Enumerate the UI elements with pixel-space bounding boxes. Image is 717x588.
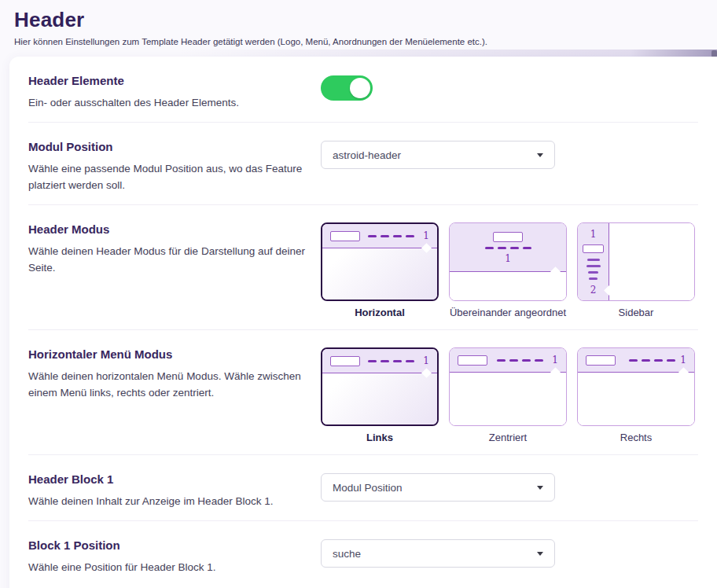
preview-header-strip: 1	[450, 223, 566, 272]
block-1-position-select[interactable]: suche	[321, 539, 555, 568]
menu-modus-options: 1 Links 1 Zentriert	[321, 347, 698, 443]
setting-description: Wähle eine passende Modul Position aus, …	[28, 160, 307, 193]
setting-row-block-1-position: Block 1 Position Wähle eine Position für…	[28, 521, 698, 586]
page-subtitle: Hier können Einstellungen zum Template H…	[14, 37, 717, 46]
menu-modus-option-zentriert[interactable]: 1 Zentriert	[449, 347, 567, 443]
setting-left-column: Block 1 Position Wähle eine Position für…	[28, 538, 321, 575]
logo-placeholder	[330, 356, 360, 366]
preview-menu-center: 1	[449, 347, 567, 426]
setting-control: Modul Position	[321, 472, 698, 502]
preview-stacked-layout: 1	[449, 222, 567, 301]
menu-dashes	[497, 359, 543, 362]
preview-header-strip: 1	[578, 348, 694, 373]
header-modus-option-stacked[interactable]: 1 Übereinander angeordnet	[449, 222, 567, 318]
setting-label: Header Block 1	[28, 472, 321, 486]
setting-control	[321, 74, 698, 101]
preview-body	[450, 272, 566, 300]
preview-sidebar-strip: 1 2	[578, 223, 609, 300]
page-title: Header	[14, 8, 717, 32]
option-label: Horizontal	[321, 307, 439, 318]
option-label: Übereinander angeordnet	[449, 307, 567, 318]
preview-sidebar-layout: 1 2	[577, 222, 695, 301]
setting-left-column: Header Modus Wähle deinen Header Modus f…	[28, 222, 321, 276]
setting-label: Block 1 Position	[28, 538, 321, 552]
setting-description: Wähle eine Position für Header Block 1.	[28, 559, 307, 575]
preview-body	[578, 373, 694, 425]
block-number: 1	[505, 254, 511, 263]
preview-header-strip: 1	[322, 349, 437, 373]
setting-description: Wähle deinen Inhalt zur Anzeige im Heade…	[28, 493, 307, 509]
menu-dashes	[629, 359, 675, 362]
preview-header-strip: 1	[322, 224, 437, 248]
select-value: Modul Position	[333, 482, 403, 494]
setting-left-column: Horizontaler Menü Modus Wähle deinen hor…	[28, 347, 321, 401]
logo-placeholder	[330, 231, 360, 241]
preview-header-strip: 1	[450, 348, 566, 373]
page-header: Header Hier können Einstellungen zum Tem…	[0, 0, 717, 46]
logo-placeholder	[586, 355, 616, 366]
block-number: 1	[423, 231, 429, 241]
setting-row-menu-modus: Horizontaler Menü Modus Wähle deinen hor…	[28, 330, 698, 454]
settings-card: Header Elemente Ein- oder ausschalten de…	[9, 57, 717, 588]
toggle-knob	[350, 78, 370, 98]
setting-control: astroid-header	[321, 140, 698, 169]
header-modus-options: 1 Horizontal 1 Übereinander angeordnet	[321, 222, 698, 318]
option-label: Rechts	[577, 432, 695, 443]
setting-left-column: Header Elemente Ein- oder ausschalten de…	[28, 74, 321, 111]
setting-control: suche	[321, 538, 698, 568]
menu-modus-option-rechts[interactable]: 1 Rechts	[577, 347, 695, 443]
setting-row-header-block-1: Header Block 1 Wähle deinen Inhalt zur A…	[28, 455, 698, 520]
block-number: 1	[423, 356, 429, 366]
setting-label: Modul Position	[28, 140, 321, 153]
preview-menu-right: 1	[577, 347, 695, 426]
setting-row-header-modus: Header Modus Wähle deinen Header Modus f…	[28, 205, 698, 329]
preview-body	[322, 373, 437, 424]
header-elements-toggle[interactable]	[321, 75, 373, 101]
header-modus-option-horizontal[interactable]: 1 Horizontal	[321, 222, 439, 318]
menu-modus-option-links[interactable]: 1 Links	[321, 347, 439, 443]
option-label: Links	[321, 432, 439, 443]
block-number: 2	[590, 285, 597, 295]
setting-label: Header Modus	[28, 222, 321, 236]
setting-description: Wähle deinen Header Modus für die Darste…	[28, 243, 307, 276]
chevron-down-icon	[537, 153, 543, 157]
menu-dashes-vertical	[586, 259, 601, 280]
chevron-down-icon	[537, 486, 543, 490]
preview-body	[322, 248, 437, 300]
logo-placeholder	[458, 355, 487, 366]
menu-dashes	[368, 235, 414, 237]
chevron-down-icon	[537, 552, 543, 556]
preview-body	[450, 373, 566, 425]
preview-horizontal-layout: 1	[321, 222, 439, 301]
block-number: 1	[552, 355, 558, 365]
preview-body	[609, 223, 694, 300]
select-value: astroid-header	[333, 149, 401, 161]
setting-row-header-elemente: Header Elemente Ein- oder ausschalten de…	[28, 57, 698, 122]
option-label: Sidebar	[577, 307, 695, 318]
setting-left-column: Header Block 1 Wähle deinen Inhalt zur A…	[28, 472, 321, 509]
setting-left-column: Modul Position Wähle eine passende Modul…	[28, 140, 321, 193]
menu-dashes	[368, 360, 414, 362]
setting-label: Horizontaler Menü Modus	[28, 347, 321, 361]
setting-description: Ein- oder ausschalten des Header Element…	[28, 94, 307, 111]
header-modus-option-sidebar[interactable]: 1 2 Sidebar	[577, 222, 695, 318]
block-number: 1	[680, 355, 686, 365]
logo-placeholder	[493, 232, 523, 242]
setting-label: Header Elemente	[28, 74, 321, 87]
logo-placeholder	[583, 244, 604, 253]
select-value: suche	[333, 548, 361, 560]
setting-row-modul-position: Modul Position Wähle eine passende Modul…	[28, 123, 698, 204]
block-number: 1	[590, 230, 597, 239]
card-top-shadow	[0, 50, 717, 57]
preview-menu-left: 1	[321, 347, 439, 426]
option-label: Zentriert	[449, 432, 567, 443]
modul-position-select[interactable]: astroid-header	[321, 141, 555, 169]
menu-dashes	[485, 247, 531, 249]
setting-description: Wähle deinen horizontalen Menü Modus. Wä…	[28, 368, 307, 401]
header-block-1-select[interactable]: Modul Position	[321, 473, 555, 502]
